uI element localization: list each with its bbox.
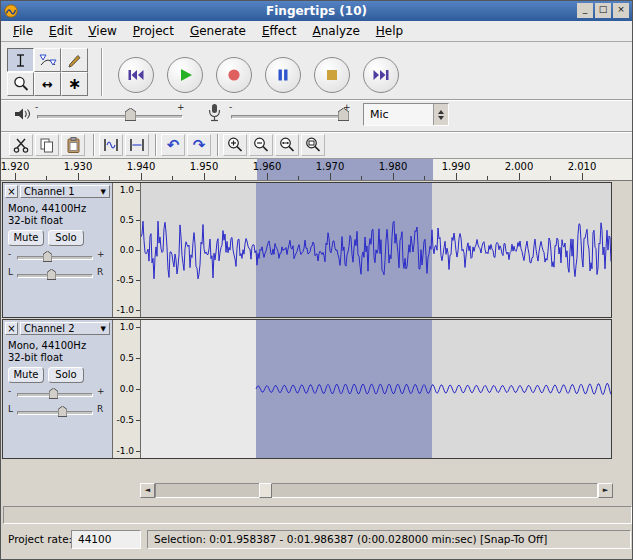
zoom-out-button[interactable]	[249, 134, 273, 156]
cut-button[interactable]	[9, 134, 33, 156]
multi-tool-button[interactable]: ∗	[61, 72, 88, 96]
fit-selection-icon	[278, 136, 296, 154]
close-button[interactable]: ×	[613, 3, 629, 18]
fit-selection-button[interactable]	[275, 134, 299, 156]
copy-icon	[38, 137, 56, 154]
toolbar-row-separator	[1, 99, 633, 101]
track2-pan-thumb[interactable]	[58, 406, 67, 417]
copy-button[interactable]	[35, 134, 59, 156]
track1-solo-button[interactable]: Solo	[48, 230, 84, 246]
ruler-label: 1.970	[308, 161, 352, 172]
paste-button[interactable]	[61, 134, 85, 156]
track2-gain-thumb[interactable]	[49, 388, 58, 399]
input-volume-thumb[interactable]	[338, 108, 349, 121]
track1-close-button[interactable]: ×	[5, 185, 18, 198]
track2-vertical-ruler[interactable]: 1.0 0.5 0.0 -0.5 -1.0	[113, 320, 141, 458]
track1-control-panel: × Channel 1 ▼ Mono, 44100Hz 32-bit float…	[3, 183, 113, 317]
pan-left-label: L	[8, 404, 13, 414]
timeshift-tool-button[interactable]: ↔	[34, 72, 61, 96]
track1-waveform-display[interactable]	[141, 183, 611, 317]
track1-vertical-ruler[interactable]: 1.0 0.5 0.0 -0.5 -1.0	[113, 183, 141, 317]
timeline-ruler[interactable]: 1.920 1.930 1.940 1.950 1.960 1.970 1.98…	[1, 159, 633, 181]
title-bar[interactable]: Fingertips (10) _ □ ×	[1, 1, 632, 21]
skip-to-start-icon	[125, 64, 147, 86]
project-rate-value: 44100	[71, 530, 141, 549]
app-icon	[4, 4, 18, 18]
play-button[interactable]	[167, 57, 203, 93]
zoom-out-icon	[252, 136, 270, 154]
scroll-right-button[interactable]: ►	[598, 483, 613, 498]
input-volume-slider[interactable]	[231, 115, 347, 119]
scale-label: 1.0	[120, 322, 134, 332]
zoom-tool-button[interactable]	[7, 72, 34, 96]
ruler-tick	[456, 173, 457, 180]
menu-edit[interactable]: Edit	[41, 21, 80, 41]
pencil-icon	[66, 52, 84, 69]
track2-waveform-display[interactable]	[141, 320, 611, 458]
menu-project[interactable]: Project	[125, 21, 182, 41]
horizontal-scrollbar[interactable]	[155, 483, 598, 498]
scale-label: 0.5	[120, 353, 134, 363]
trim-outside-button[interactable]	[99, 134, 123, 156]
ibeam-icon	[12, 52, 29, 69]
gain-min-label: -	[8, 249, 11, 259]
menu-effect[interactable]: Effect	[254, 21, 305, 41]
menu-generate[interactable]: Generate	[182, 21, 254, 41]
skip-to-start-button[interactable]	[118, 57, 154, 93]
speaker-icon	[13, 106, 32, 122]
scrollbar-thumb[interactable]	[259, 483, 272, 498]
ruler-tick	[298, 176, 299, 180]
pan-left-label: L	[8, 267, 13, 277]
envelope-tool-button[interactable]	[34, 48, 61, 72]
track2-pan-slider[interactable]	[17, 411, 93, 415]
stop-button[interactable]	[314, 57, 350, 93]
track1-title-menu[interactable]: Channel 1 ▼	[20, 185, 110, 198]
track1-gain-slider[interactable]	[17, 256, 93, 260]
track2-solo-button[interactable]: Solo	[48, 367, 84, 383]
paste-icon	[64, 136, 83, 154]
ruler-label: 1.960	[245, 161, 289, 172]
track2-title-menu[interactable]: Channel 2 ▼	[20, 322, 110, 335]
multitool-icon: ∗	[68, 76, 81, 92]
track2-close-button[interactable]: ×	[5, 322, 18, 335]
maximize-button[interactable]: □	[595, 3, 611, 18]
scale-label: -1.0	[116, 446, 134, 456]
output-volume-max-label: +	[177, 102, 185, 112]
menu-file[interactable]: File	[5, 21, 41, 41]
scroll-left-button[interactable]: ◄	[140, 483, 155, 498]
track1-pan-thumb[interactable]	[47, 269, 56, 280]
menu-help[interactable]: Help	[368, 21, 411, 41]
ruler-label: 1.940	[119, 161, 163, 172]
undo-icon: ↶	[167, 138, 180, 153]
silence-selection-button[interactable]	[125, 134, 149, 156]
ruler-label: 1.920	[1, 161, 37, 172]
chevron-down-icon: ▼	[101, 325, 106, 333]
pause-icon	[272, 64, 294, 86]
menu-view[interactable]: View	[80, 21, 124, 41]
chevron-down-icon: ▼	[101, 188, 106, 196]
record-button[interactable]	[216, 57, 252, 93]
selection-tool-button[interactable]	[7, 48, 34, 72]
input-source-select[interactable]: Mic	[363, 103, 449, 126]
ruler-label: 1.990	[434, 161, 478, 172]
spinner-icon[interactable]	[433, 104, 448, 125]
zoom-in-button[interactable]	[223, 134, 247, 156]
fit-project-button[interactable]	[301, 134, 325, 156]
output-volume-thumb[interactable]	[125, 108, 136, 121]
minimize-button[interactable]: _	[577, 3, 593, 18]
timeshift-icon: ↔	[42, 78, 53, 91]
track2-control-panel: × Channel 2 ▼ Mono, 44100Hz 32-bit float…	[3, 320, 113, 458]
ruler-tick	[235, 176, 236, 180]
draw-tool-button[interactable]	[61, 48, 88, 72]
microphone-icon	[205, 103, 224, 123]
menu-analyze[interactable]: Analyze	[305, 21, 368, 41]
track1-gain-thumb[interactable]	[43, 251, 52, 262]
output-volume-slider[interactable]	[37, 115, 183, 119]
skip-to-end-button[interactable]	[363, 57, 399, 93]
track2-mute-button[interactable]: Mute	[8, 367, 44, 383]
undo-button[interactable]: ↶	[161, 134, 185, 156]
ruler-label: 1.980	[371, 161, 415, 172]
redo-button[interactable]: ↷	[187, 134, 211, 156]
track1-mute-button[interactable]: Mute	[8, 230, 44, 246]
pause-button[interactable]	[265, 57, 301, 93]
